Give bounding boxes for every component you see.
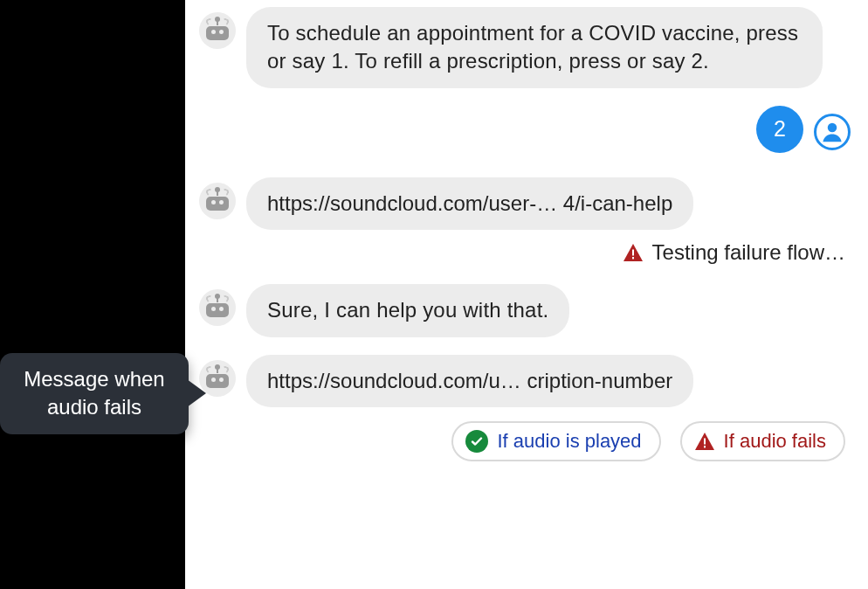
bot-link-bubble[interactable]: https://soundcloud.com/user-… 4/i-can-he… (246, 177, 693, 230)
svg-rect-3 (704, 438, 706, 444)
bot-message-bubble: Sure, I can help you with that. (246, 284, 569, 336)
user-avatar (814, 114, 851, 150)
chat-stage: Message when audio fails To schedule an … (0, 0, 868, 589)
callout-line1: Message when (24, 367, 164, 391)
robot-icon (204, 19, 231, 42)
chat-area: To schedule an appointment for a COVID v… (185, 0, 868, 589)
person-icon (819, 119, 845, 145)
bot-avatar (199, 289, 236, 326)
chip-label: If audio fails (724, 430, 826, 453)
callout-line2: audio fails (47, 395, 141, 419)
left-black-panel (0, 0, 185, 589)
message-row: https://soundcloud.com/user-… 4/i-can-he… (199, 177, 851, 230)
svg-rect-4 (704, 446, 706, 447)
message-row: 2 (199, 106, 851, 153)
bot-message-bubble: To schedule an appointment for a COVID v… (246, 7, 823, 88)
message-row: https://soundcloud.com/u… cription-numbe… (199, 355, 851, 407)
chip-label: If audio is played (497, 430, 641, 453)
message-row: To schedule an appointment for a COVID v… (199, 7, 851, 88)
annotation-callout: Message when audio fails (0, 353, 189, 434)
user-message-bubble: 2 (756, 106, 803, 153)
bot-avatar (199, 183, 236, 219)
warning-triangle-icon (694, 432, 715, 451)
svg-point-0 (828, 123, 837, 133)
bot-avatar (199, 12, 236, 49)
bot-link-bubble[interactable]: https://soundcloud.com/u… cription-numbe… (246, 355, 693, 407)
message-row: Sure, I can help you with that. (199, 284, 851, 336)
testing-status: Testing failure flow… (199, 240, 845, 265)
warning-triangle-icon (623, 243, 644, 262)
svg-rect-2 (632, 257, 634, 259)
check-circle-icon (465, 430, 488, 453)
robot-icon (204, 367, 231, 390)
chip-audio-played[interactable]: If audio is played (451, 421, 660, 461)
chip-audio-fails[interactable]: If audio fails (680, 421, 845, 461)
robot-icon (204, 296, 231, 319)
testing-status-label: Testing failure flow… (652, 240, 845, 265)
chip-row: If audio is played If audio fails (199, 421, 851, 461)
robot-icon (204, 190, 231, 212)
svg-rect-1 (632, 250, 634, 256)
callout-arrow-icon (187, 379, 206, 407)
